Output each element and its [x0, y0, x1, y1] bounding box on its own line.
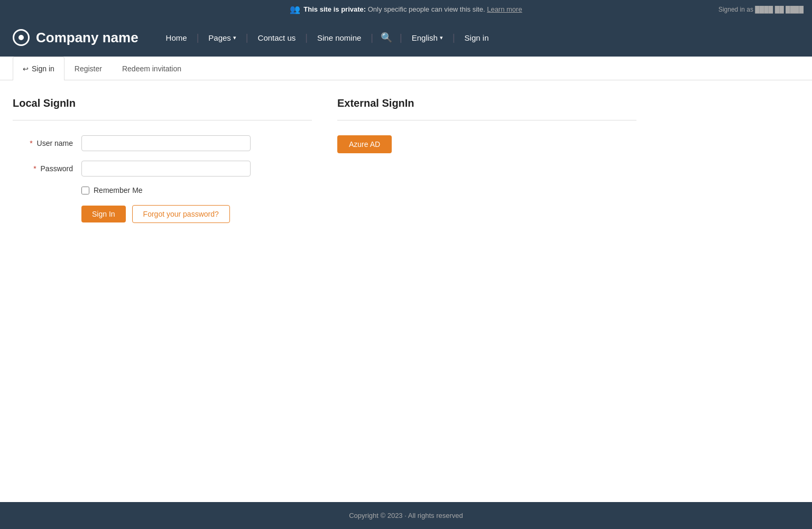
- nav-sine-nomine[interactable]: Sine nomine: [309, 29, 370, 47]
- notice-center: 👥 This site is private: Only specific pe…: [273, 4, 538, 14]
- forgot-password-button[interactable]: Forgot your password?: [132, 205, 230, 223]
- notice-message: Only specific people can view this site.: [368, 5, 485, 13]
- external-signin-title: External SignIn: [337, 97, 636, 109]
- username-input[interactable]: [81, 135, 251, 151]
- private-icon: 👥: [290, 4, 300, 14]
- nav-english[interactable]: English ▾: [403, 29, 451, 47]
- nav-pages[interactable]: Pages ▾: [200, 29, 245, 47]
- remember-me-label[interactable]: Remember Me: [94, 186, 143, 194]
- nav-contact[interactable]: Contact us: [250, 29, 304, 47]
- nav-home[interactable]: Home: [158, 29, 196, 47]
- tab-signin-label: Sign in: [32, 64, 54, 73]
- main-content: Local SignIn * User name * Password Reme…: [0, 80, 812, 502]
- nav-items: Home | Pages ▾ | Contact us | Sine nomin…: [155, 27, 799, 48]
- tabs-bar: ↩ Sign in Register Redeem invitation: [0, 57, 812, 80]
- signin-tab-icon: ↩: [23, 65, 29, 73]
- local-signin-divider: [13, 120, 312, 120]
- footer: Copyright © 2023 · All rights reserved: [0, 502, 812, 529]
- notice-prefix: This site is private:: [303, 5, 366, 13]
- external-signin-section: External SignIn Azure AD: [337, 97, 636, 223]
- tab-register[interactable]: Register: [64, 57, 112, 80]
- pages-dropdown-arrow: ▾: [233, 34, 236, 41]
- signin-button[interactable]: Sign In: [81, 206, 126, 222]
- remember-me-checkbox[interactable]: [81, 187, 89, 194]
- local-signin-section: Local SignIn * User name * Password Reme…: [13, 97, 312, 223]
- nav-pages-label: Pages: [208, 33, 231, 42]
- learn-more-link[interactable]: Learn more: [487, 5, 522, 13]
- azure-ad-container: Azure AD: [337, 135, 636, 153]
- username-group: * User name: [13, 135, 312, 151]
- signed-in-label: Signed in as ████ ██ ████: [718, 6, 804, 13]
- notice-bar: 👥 This site is private: Only specific pe…: [0, 0, 812, 18]
- search-icon[interactable]: 🔍: [374, 27, 399, 48]
- tab-register-label: Register: [75, 64, 102, 73]
- brand-icon: [13, 29, 30, 46]
- nav-signin[interactable]: Sign in: [456, 29, 497, 47]
- navbar: Company name Home | Pages ▾ | Contact us…: [0, 18, 812, 57]
- tab-redeem-label: Redeem invitation: [122, 64, 181, 73]
- azure-ad-button[interactable]: Azure AD: [337, 135, 392, 153]
- password-label: * Password: [13, 164, 81, 173]
- brand[interactable]: Company name: [13, 29, 139, 46]
- footer-copyright: Copyright © 2023 · All rights reserved: [349, 512, 463, 519]
- notice-text: This site is private: Only specific peop…: [303, 5, 522, 13]
- brand-name: Company name: [36, 30, 139, 46]
- local-signin-title: Local SignIn: [13, 97, 312, 109]
- password-input[interactable]: [81, 161, 251, 177]
- english-dropdown-arrow: ▾: [440, 34, 443, 41]
- signin-button-row: Sign In Forgot your password?: [81, 205, 312, 223]
- username-label: * User name: [13, 139, 81, 147]
- remember-me-row: Remember Me: [81, 186, 312, 194]
- password-group: * Password: [13, 161, 312, 177]
- content-grid: Local SignIn * User name * Password Reme…: [13, 97, 636, 223]
- external-signin-divider: [337, 120, 636, 120]
- tab-redeem[interactable]: Redeem invitation: [112, 57, 191, 80]
- tab-signin[interactable]: ↩ Sign in: [13, 57, 64, 80]
- english-label: English: [412, 33, 438, 42]
